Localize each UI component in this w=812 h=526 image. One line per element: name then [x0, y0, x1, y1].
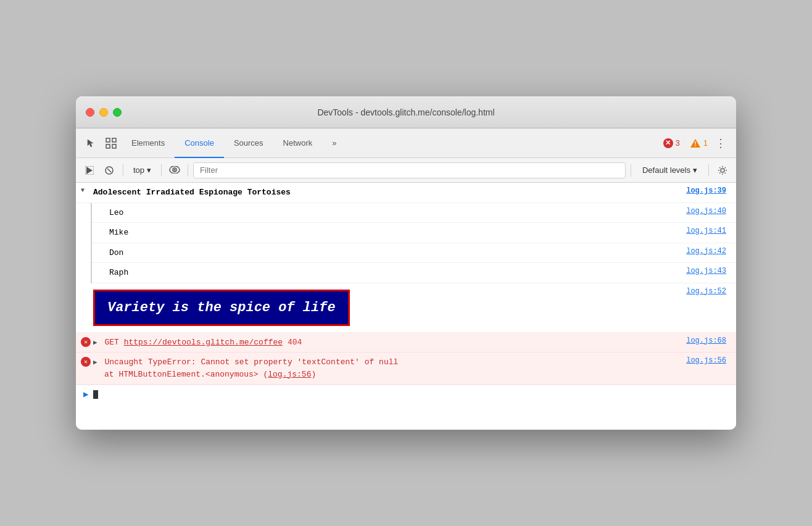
console-toolbar: top ▾ Default levels ▾: [76, 158, 736, 183]
svg-text:!: !: [694, 141, 696, 148]
error-row-get: ✕ ▶ GET https://devtools.glitch.me/coffe…: [76, 333, 736, 353]
clear-console-button[interactable]: [101, 162, 118, 179]
svg-rect-0: [106, 138, 110, 142]
error-get-source[interactable]: log.js:68: [681, 335, 731, 346]
tab-more[interactable]: »: [322, 128, 346, 158]
toolbar-divider-4: [631, 164, 631, 177]
item-raph-text: Raph: [109, 265, 681, 280]
svg-point-13: [721, 169, 724, 172]
toolbar-divider-2: [161, 164, 162, 177]
item-leo-source[interactable]: log.js:40: [681, 206, 731, 217]
devtools-window: DevTools - devtools.glitch.me/console/lo…: [76, 96, 736, 430]
group-expand-icon[interactable]: ▼: [81, 185, 93, 194]
styled-text-row: Variety is the spice of life log.js:52: [76, 283, 736, 333]
inspect-icon[interactable]: [101, 128, 122, 157]
styled-text-content: Variety is the spice of life: [93, 286, 681, 330]
group-header-text: Adolescent Irradiated Espionage Tortoise…: [93, 185, 681, 200]
gear-icon: [718, 165, 727, 175]
cursor-icon[interactable]: [81, 128, 101, 157]
item-don-source[interactable]: log.js:42: [681, 246, 731, 257]
tab-elements[interactable]: Elements: [122, 128, 175, 158]
traffic-lights: [86, 108, 122, 117]
list-item: Raph log.js:43: [92, 263, 736, 283]
error-typeerror-content: ▶ Uncaught TypeError: Cannot set propert…: [93, 355, 681, 382]
svg-marker-6: [86, 167, 93, 174]
toolbar-divider: [123, 164, 123, 177]
error-typeerror-source[interactable]: log.js:56: [681, 355, 731, 366]
item-mike-text: Mike: [109, 225, 681, 240]
error-get-content: ▶ GET https://devtools.glitch.me/coffee …: [93, 335, 681, 350]
styled-text-source[interactable]: log.js:52: [681, 286, 731, 297]
eye-icon[interactable]: [167, 162, 183, 178]
console-prompt-row: ▶: [76, 385, 736, 403]
error-row-typeerror: ✕ ▶ Uncaught TypeError: Cannot set prope…: [76, 353, 736, 385]
tab-network[interactable]: Network: [273, 128, 323, 158]
list-item: Don log.js:42: [92, 243, 736, 264]
error-x-icon-2: ✕: [81, 357, 91, 367]
item-leo-text: Leo: [109, 206, 681, 220]
minimize-button[interactable]: [99, 108, 108, 117]
item-raph-source[interactable]: log.js:43: [681, 265, 731, 277]
close-button[interactable]: [86, 108, 94, 117]
group-items-container: Leo log.js:40 Mike log.js:41 Don log.js:…: [92, 203, 736, 283]
item-mike-source[interactable]: log.js:41: [681, 225, 731, 236]
clear-icon: [104, 165, 114, 175]
svg-line-9: [107, 169, 111, 172]
run-snippets-button[interactable]: [81, 162, 98, 179]
styled-text-box: Variety is the spice of life: [93, 290, 350, 326]
error-x-icon: ✕: [81, 337, 91, 347]
tab-sources[interactable]: Sources: [224, 128, 273, 158]
prompt-arrow-icon: ▶: [83, 389, 88, 399]
settings-button[interactable]: [714, 162, 731, 179]
warning-badge[interactable]: ! 1: [690, 138, 708, 149]
tab-console[interactable]: Console: [175, 128, 224, 158]
error-url-link[interactable]: https://devtools.glitch.me/coffee: [124, 338, 283, 347]
title-bar: DevTools - devtools.glitch.me/console/lo…: [76, 96, 736, 128]
console-output: ▼ Adolescent Irradiated Espionage Tortoi…: [76, 183, 736, 430]
dropdown-arrow-icon: ▾: [147, 165, 151, 175]
prompt-cursor[interactable]: [93, 390, 98, 399]
group-body: Leo log.js:40 Mike log.js:41 Don log.js:…: [76, 203, 736, 283]
typeerror-expand-icon[interactable]: ▶: [93, 359, 97, 366]
group-header-source[interactable]: log.js:39: [681, 185, 731, 196]
svg-rect-2: [106, 144, 110, 148]
toolbar-divider-3: [188, 164, 188, 177]
error-badge[interactable]: ✕ 3: [663, 138, 680, 148]
play-icon: [85, 166, 94, 175]
filter-input[interactable]: [193, 162, 626, 178]
typeerror-link[interactable]: log.js:56: [268, 370, 311, 379]
svg-point-12: [174, 169, 176, 170]
default-levels-button[interactable]: Default levels ▾: [636, 163, 703, 177]
svg-rect-1: [112, 138, 116, 142]
devtools-tabs-bar: Elements Console Sources Network » ✕ 3: [76, 128, 736, 158]
group-header-row: ▼ Adolescent Irradiated Espionage Tortoi…: [76, 183, 736, 203]
context-selector[interactable]: top ▾: [128, 163, 156, 177]
svg-rect-3: [112, 144, 116, 148]
tabs-right-section: ✕ 3 ! 1 ⋮: [663, 128, 731, 157]
list-item: Mike log.js:41: [92, 223, 736, 243]
error-expand-icon[interactable]: ▶: [93, 339, 97, 346]
item-don-text: Don: [109, 246, 681, 261]
list-item: Leo log.js:40: [92, 203, 736, 223]
warning-triangle-icon: !: [690, 138, 701, 149]
maximize-button[interactable]: [113, 108, 122, 117]
toolbar-divider-5: [708, 164, 709, 177]
levels-chevron-icon: ▾: [693, 165, 697, 175]
error-circle-icon: ✕: [663, 138, 673, 148]
window-title: DevTools - devtools.glitch.me/console/lo…: [317, 107, 494, 117]
more-options-icon[interactable]: ⋮: [710, 136, 731, 150]
